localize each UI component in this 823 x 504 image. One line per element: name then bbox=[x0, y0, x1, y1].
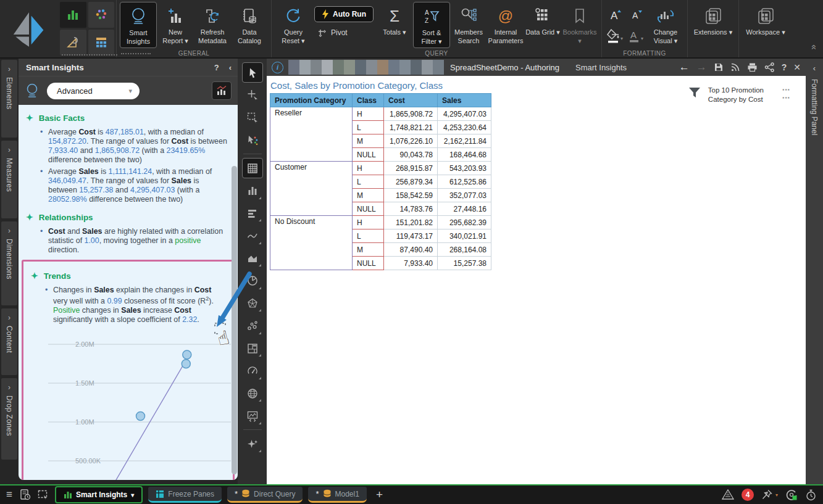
palette-swatch[interactable] bbox=[299, 60, 311, 75]
grid-cell[interactable]: 87,490.40 bbox=[384, 243, 438, 257]
column-header-promotion-category[interactable]: Promotion Category bbox=[270, 94, 353, 107]
color-palette-strip[interactable] bbox=[288, 60, 444, 75]
sidebar-tab-drop-zones[interactable]: ›Drop Zones bbox=[1, 378, 17, 460]
members-search-button[interactable]: Members Search bbox=[450, 2, 487, 47]
grid-visual-button[interactable] bbox=[242, 158, 263, 178]
palette-swatch[interactable] bbox=[322, 60, 333, 75]
data-catalog-button[interactable]: Data Catalog bbox=[231, 2, 268, 47]
line-chart-button[interactable] bbox=[242, 226, 263, 246]
smart-insights-button[interactable]: Smart Insights bbox=[120, 2, 157, 48]
row-header-class[interactable]: NULL bbox=[353, 202, 384, 216]
refresh-metadata-button[interactable]: Refresh Metadata bbox=[194, 2, 231, 47]
query-reset-button[interactable]: Query Reset ▾ bbox=[275, 2, 312, 47]
row-header-category[interactable]: No Discount bbox=[270, 216, 353, 270]
palette-swatch[interactable] bbox=[311, 60, 322, 75]
grid-cell[interactable]: 1,076,226.10 bbox=[384, 134, 438, 148]
data-grid-button[interactable]: Data Grid ▾ bbox=[524, 2, 561, 38]
sort-filter-button[interactable]: AZ Sort & Filter ▾ bbox=[413, 2, 450, 48]
grid-cell[interactable]: 168,464.68 bbox=[438, 148, 491, 162]
menu-icon[interactable]: ≡ bbox=[6, 489, 12, 501]
row-header-category[interactable]: Reseller bbox=[270, 107, 353, 162]
grid-cell[interactable]: 612,525.86 bbox=[438, 175, 491, 189]
grid-cell[interactable]: 4,253,230.64 bbox=[438, 121, 491, 134]
grid-cell[interactable]: 158,542.59 bbox=[384, 189, 438, 202]
back-icon[interactable]: ← bbox=[679, 61, 690, 73]
radar-chart-button[interactable] bbox=[242, 293, 263, 313]
lasso-select-button[interactable] bbox=[242, 130, 263, 151]
grid-cell[interactable]: 2,162,211.84 bbox=[438, 134, 491, 148]
module-present[interactable] bbox=[88, 2, 115, 28]
bottom-tab-smart-insights[interactable]: Smart Insights ▾ bbox=[55, 486, 143, 503]
auto-run-button[interactable]: Auto Run bbox=[314, 6, 374, 22]
scatter-point[interactable] bbox=[136, 411, 145, 420]
font-color-button[interactable]: A▾ bbox=[627, 28, 646, 44]
grid-cell[interactable]: 4,295,407.03 bbox=[438, 107, 491, 121]
column-header-sales[interactable]: Sales bbox=[438, 94, 491, 107]
module-discover[interactable] bbox=[60, 2, 86, 28]
pyramid-logo-icon[interactable] bbox=[0, 0, 58, 57]
grid-cell[interactable]: 256,879.34 bbox=[384, 175, 438, 189]
bottom-tab-freeze-panes[interactable]: Freeze Panes bbox=[148, 487, 222, 503]
scatter-point[interactable] bbox=[182, 360, 190, 368]
row-header-class[interactable]: L bbox=[353, 229, 384, 243]
palette-swatch[interactable] bbox=[366, 60, 377, 75]
area-chart-button[interactable] bbox=[242, 248, 263, 268]
sidebar-tab-content[interactable]: ›Content bbox=[1, 308, 17, 375]
trend-scatter-chart[interactable]: 2.00M1.50M1.00M500.00K bbox=[48, 338, 231, 480]
sidebar-tab-dimensions[interactable]: ›Dimensions bbox=[1, 221, 17, 305]
decrease-font-button[interactable]: A bbox=[629, 7, 645, 23]
change-visual-button[interactable]: Change Visual ▾ bbox=[647, 2, 684, 47]
sidebar-tab-elements[interactable]: ›Elements bbox=[1, 60, 17, 138]
palette-swatch[interactable] bbox=[399, 60, 411, 75]
crosshair-select-button[interactable] bbox=[242, 85, 263, 105]
palette-swatch[interactable] bbox=[288, 60, 299, 75]
grid-cell[interactable]: 90,043.78 bbox=[384, 148, 438, 162]
bookmarks-button[interactable]: Bookmarks ▾ bbox=[561, 2, 598, 47]
row-header-class[interactable]: L bbox=[353, 175, 384, 189]
row-header-class[interactable]: H bbox=[353, 107, 384, 121]
row-header-category[interactable]: Customer bbox=[270, 162, 353, 216]
pyramid-status-icon[interactable] bbox=[722, 489, 734, 500]
smart-visual-button[interactable] bbox=[242, 434, 263, 454]
collapse-ribbon-icon[interactable]: « bbox=[809, 44, 819, 49]
grid-cell[interactable]: 295,682.39 bbox=[438, 216, 491, 229]
pie-chart-button[interactable] bbox=[242, 271, 263, 291]
grid-cell[interactable]: 268,164.08 bbox=[438, 243, 491, 257]
sidebar-tab-measures[interactable]: ›Measures bbox=[1, 141, 17, 218]
new-report-button[interactable]: New Report ▾ bbox=[157, 2, 194, 47]
grid-cell[interactable]: 14,783.76 bbox=[384, 202, 438, 216]
internal-parameters-button[interactable]: @ Internal Parameters bbox=[487, 2, 524, 47]
gauge-chart-button[interactable] bbox=[242, 361, 263, 381]
row-header-class[interactable]: M bbox=[353, 189, 384, 202]
grid-cell[interactable]: 15,257.38 bbox=[438, 257, 491, 270]
grid-cell[interactable]: 543,203.93 bbox=[438, 162, 491, 175]
grid-cell[interactable]: 119,473.17 bbox=[384, 229, 438, 243]
treemap-button[interactable] bbox=[242, 338, 263, 358]
column-header-class[interactable]: Class bbox=[353, 94, 384, 107]
pivot-button[interactable]: Pivot bbox=[314, 28, 374, 38]
grid-cell[interactable]: 27,448.16 bbox=[438, 202, 491, 216]
palette-swatch[interactable] bbox=[388, 60, 399, 75]
forward-icon[interactable]: → bbox=[696, 61, 707, 73]
scatter-chart-button[interactable] bbox=[242, 316, 263, 336]
palette-swatch[interactable] bbox=[355, 60, 366, 75]
column-header-cost[interactable]: Cost bbox=[384, 94, 438, 107]
marquee-select-button[interactable] bbox=[242, 107, 263, 128]
live-status-icon[interactable] bbox=[785, 489, 798, 501]
palette-swatch[interactable] bbox=[422, 60, 433, 75]
print-icon[interactable] bbox=[747, 62, 758, 72]
notification-badge[interactable]: 4 bbox=[742, 489, 754, 501]
pin-icon[interactable] bbox=[761, 489, 772, 500]
fill-color-button[interactable]: ▾ bbox=[606, 28, 625, 44]
add-tab-button[interactable]: + bbox=[376, 488, 383, 502]
info-icon[interactable]: i bbox=[272, 62, 283, 73]
save-icon[interactable] bbox=[714, 62, 724, 72]
scatter-point[interactable] bbox=[183, 350, 191, 359]
insight-mode-select[interactable]: Advanced ▾ bbox=[47, 83, 140, 99]
panel-scrollbar[interactable] bbox=[232, 166, 237, 474]
row-header-class[interactable]: L bbox=[353, 121, 384, 134]
select-tool-button[interactable] bbox=[242, 62, 263, 83]
palette-swatch[interactable] bbox=[411, 60, 422, 75]
collapse-panel-icon[interactable]: ‹ bbox=[229, 63, 232, 72]
formatting-panel-strip[interactable]: ‹ Formatting Panel bbox=[806, 59, 823, 484]
